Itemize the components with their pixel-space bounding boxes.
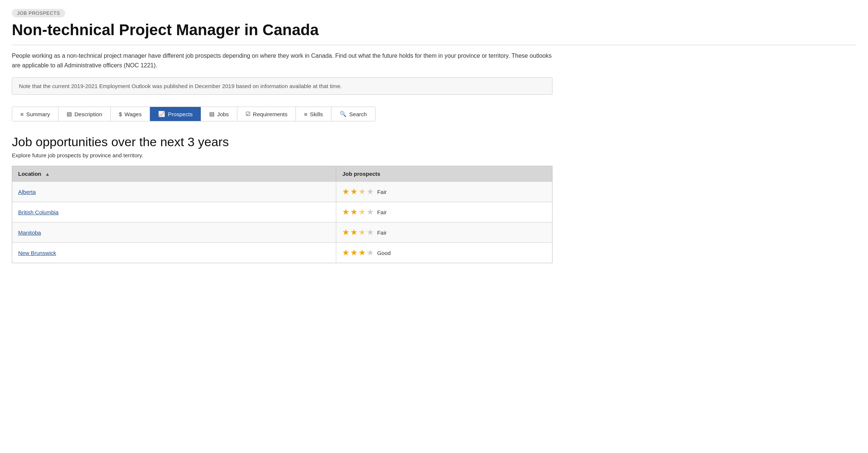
tab-description-icon: ▤ (67, 111, 72, 117)
star-2-4: ★ (367, 228, 374, 237)
star-1-1: ★ (342, 207, 350, 217)
star-3-4: ★ (367, 248, 374, 258)
tab-search-icon: 🔍 (340, 111, 347, 117)
tab-description[interactable]: ▤Description (59, 107, 111, 121)
star-2-3: ★ (358, 228, 366, 237)
rating-label-1: Fair (377, 209, 387, 215)
tab-search[interactable]: 🔍Search (331, 107, 375, 121)
location-link-british-columbia[interactable]: British Columbia (18, 209, 59, 215)
tab-wages-icon: $ (119, 111, 122, 117)
column-header-location[interactable]: Location ▲ (12, 166, 336, 182)
stars-2: ★★★★ (342, 228, 374, 237)
sort-arrow-icon[interactable]: ▲ (45, 171, 50, 177)
tab-requirements-icon: ☑ (246, 111, 250, 117)
rating-label-3: Good (377, 250, 391, 256)
table-header-row: Location ▲ Job prospects (12, 166, 552, 182)
star-3-2: ★ (350, 248, 358, 258)
star-rating-0: ★★★★Fair (342, 187, 546, 197)
location-cell-2: Manitoba (12, 222, 336, 243)
location-link-alberta[interactable]: Alberta (18, 189, 36, 195)
prospects-cell-0: ★★★★Fair (336, 182, 552, 202)
column-job-prospects-label: Job prospects (342, 171, 380, 177)
tab-skills-label: Skills (310, 111, 323, 117)
prospects-cell-2: ★★★★Fair (336, 222, 552, 243)
star-2-2: ★ (350, 228, 358, 237)
star-3-1: ★ (342, 248, 350, 258)
tab-summary-icon: ≡ (20, 111, 24, 117)
table-row: British Columbia★★★★Fair (12, 202, 552, 222)
location-cell-0: Alberta (12, 182, 336, 202)
tab-prospects-label: Prospects (168, 111, 193, 117)
tab-requirements[interactable]: ☑Requirements (237, 107, 296, 121)
star-1-4: ★ (367, 207, 374, 217)
tab-jobs[interactable]: ▤Jobs (201, 107, 237, 121)
tab-description-label: Description (74, 111, 102, 117)
star-0-3: ★ (358, 187, 366, 197)
tab-jobs-label: Jobs (217, 111, 229, 117)
column-header-job-prospects: Job prospects (336, 166, 552, 182)
star-2-1: ★ (342, 228, 350, 237)
tab-wages[interactable]: $Wages (111, 107, 150, 121)
tab-summary[interactable]: ≡Summary (12, 107, 59, 121)
location-link-new-brunswick[interactable]: New Brunswick (18, 250, 56, 256)
prospects-cell-1: ★★★★Fair (336, 202, 552, 222)
tab-prospects[interactable]: 📈Prospects (150, 107, 201, 121)
tab-skills-icon: ≡ (304, 111, 307, 117)
table-row: Alberta★★★★Fair (12, 182, 552, 202)
prospects-cell-3: ★★★★Good (336, 243, 552, 263)
stars-3: ★★★★ (342, 248, 374, 258)
tab-skills[interactable]: ≡Skills (296, 107, 331, 121)
star-0-4: ★ (367, 187, 374, 197)
location-cell-1: British Columbia (12, 202, 336, 222)
notice-box: Note that the current 2019-2021 Employme… (12, 77, 552, 95)
stars-0: ★★★★ (342, 187, 374, 197)
tab-prospects-icon: 📈 (158, 111, 165, 117)
tab-search-label: Search (349, 111, 367, 117)
navigation-tabs: ≡Summary▤Description$Wages📈Prospects▤Job… (12, 107, 375, 121)
star-0-1: ★ (342, 187, 350, 197)
tab-wages-label: Wages (124, 111, 141, 117)
star-0-2: ★ (350, 187, 358, 197)
star-1-3: ★ (358, 207, 366, 217)
title-divider (12, 45, 856, 45)
page-description: People working as a non-technical projec… (12, 51, 552, 70)
rating-label-2: Fair (377, 229, 387, 236)
table-row: New Brunswick★★★★Good (12, 243, 552, 263)
tab-jobs-icon: ▤ (209, 111, 214, 117)
stars-1: ★★★★ (342, 207, 374, 217)
section-subtitle: Explore future job prospects by province… (12, 152, 856, 158)
page-title: Non-technical Project Manager in Canada (12, 21, 856, 39)
location-cell-3: New Brunswick (12, 243, 336, 263)
tab-requirements-label: Requirements (253, 111, 287, 117)
star-rating-3: ★★★★Good (342, 248, 546, 258)
tab-summary-label: Summary (26, 111, 50, 117)
rating-label-0: Fair (377, 189, 387, 195)
job-prospects-badge: JOB PROSPECTS (12, 9, 65, 17)
column-location-label: Location (18, 171, 41, 177)
star-3-3: ★ (358, 248, 366, 258)
prospects-table: Location ▲ Job prospects Alberta★★★★Fair… (12, 166, 552, 263)
table-row: Manitoba★★★★Fair (12, 222, 552, 243)
section-title: Job opportunities over the next 3 years (12, 135, 856, 149)
star-rating-2: ★★★★Fair (342, 228, 546, 237)
location-link-manitoba[interactable]: Manitoba (18, 229, 41, 236)
star-1-2: ★ (350, 207, 358, 217)
notice-text: Note that the current 2019-2021 Employme… (19, 83, 342, 89)
star-rating-1: ★★★★Fair (342, 207, 546, 217)
